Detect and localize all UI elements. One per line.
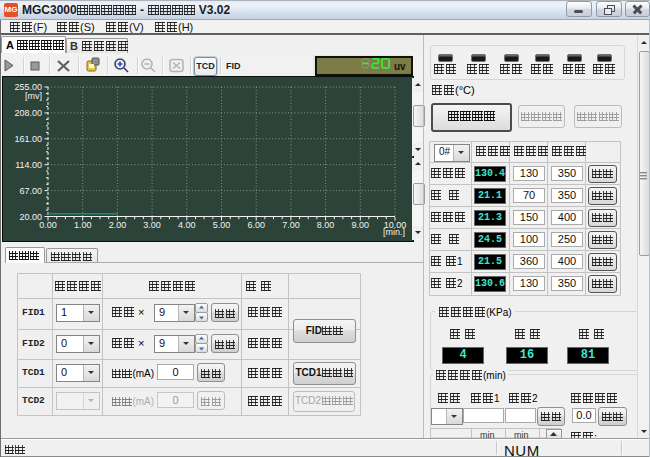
svg-text:min: min (514, 430, 529, 439)
svg-text:[mv]: [mv] (25, 91, 42, 101)
svg-text:4.00: 4.00 (178, 220, 196, 230)
svg-text:[min.]: [min.] (383, 227, 405, 237)
svg-text:0.00: 0.00 (39, 220, 57, 230)
svg-text:114.00: 114.00 (15, 160, 42, 170)
svg-text:6.00: 6.00 (247, 220, 265, 230)
svg-text:9.00: 9.00 (352, 220, 370, 230)
svg-text:67.00: 67.00 (19, 186, 42, 196)
svg-text:5.00: 5.00 (213, 220, 231, 230)
svg-text:161.00: 161.00 (14, 134, 42, 144)
svg-text:1.00: 1.00 (74, 220, 92, 230)
svg-text:8.00: 8.00 (317, 220, 335, 230)
svg-text:7.00: 7.00 (282, 220, 300, 230)
svg-text:208.00: 208.00 (14, 108, 42, 118)
svg-text:min: min (480, 430, 495, 439)
svg-text:3.00: 3.00 (143, 220, 161, 230)
svg-text:2.00: 2.00 (109, 220, 127, 230)
